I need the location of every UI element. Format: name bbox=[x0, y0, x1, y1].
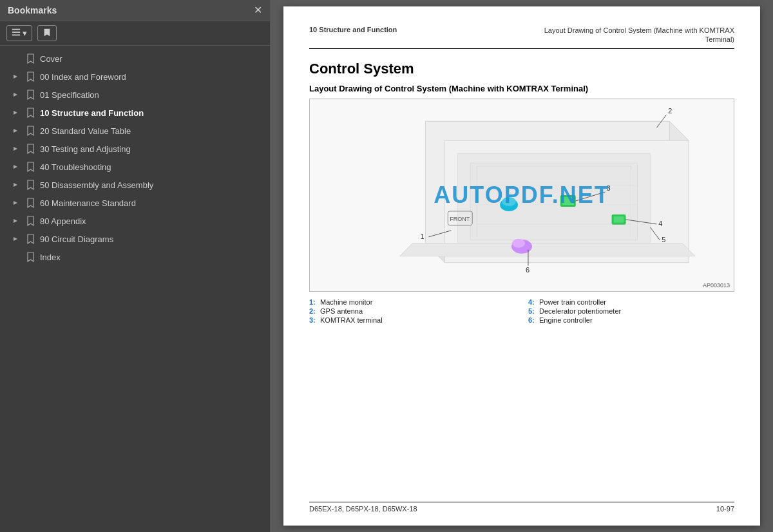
legend-text: Engine controller bbox=[539, 316, 593, 324]
legend-item: 5:Decelerator potentiometer bbox=[528, 307, 734, 315]
svg-marker-5 bbox=[14, 111, 17, 115]
sidebar-item-30[interactable]: 30 Testing and Adjusting bbox=[0, 140, 270, 158]
diagram-svg: 2 1 3 4 bbox=[310, 99, 734, 291]
chevron-icon bbox=[10, 128, 21, 134]
svg-rect-19 bbox=[470, 163, 637, 240]
svg-text:FRONT: FRONT bbox=[450, 215, 470, 222]
dropdown-arrow: ▾ bbox=[23, 28, 27, 38]
svg-point-38 bbox=[512, 238, 525, 247]
legend-item: 6:Engine controller bbox=[528, 316, 734, 324]
legend-number: 2: bbox=[309, 307, 318, 315]
list-icon bbox=[12, 28, 21, 39]
svg-rect-0 bbox=[12, 29, 20, 30]
chevron-icon bbox=[10, 73, 21, 80]
sidebar-header: Bookmarks ✕ bbox=[0, 0, 270, 21]
sidebar-item-label: 60 Maintenance Standard bbox=[40, 198, 263, 208]
close-button[interactable]: ✕ bbox=[254, 5, 262, 15]
list-view-button[interactable]: ▾ bbox=[6, 25, 32, 41]
sidebar-item-label: 80 Appendix bbox=[40, 216, 263, 226]
svg-marker-3 bbox=[14, 75, 17, 79]
legend-item: 1:Machine monitor bbox=[309, 298, 515, 306]
sidebar-item-label: 50 Disassembly and Assembly bbox=[40, 180, 263, 190]
sidebar-content: Cover00 Index and Foreword01 Specificati… bbox=[0, 46, 270, 532]
sidebar-item-label: 90 Circuit Diagrams bbox=[40, 234, 263, 244]
sidebar-item-label: 10 Structure and Function bbox=[40, 108, 263, 118]
sidebar-item-50[interactable]: 50 Disassembly and Assembly bbox=[0, 176, 270, 194]
legend-number: 5: bbox=[528, 307, 537, 315]
legend-item: 3:KOMTRAX terminal bbox=[309, 316, 515, 324]
legend: 1:Machine monitor4:Power train controlle… bbox=[309, 298, 734, 324]
sidebar-item-40[interactable]: 40 Troubleshooting bbox=[0, 158, 270, 176]
bookmark-icon bbox=[24, 144, 36, 154]
legend-number: 6: bbox=[528, 316, 537, 324]
sidebar-item-label: Cover bbox=[40, 54, 263, 64]
legend-text: Decelerator potentiometer bbox=[539, 307, 621, 315]
footer-model: D65EX-18, D65PX-18, D65WX-18 bbox=[309, 505, 417, 513]
chevron-icon bbox=[10, 236, 21, 242]
bookmark-icon bbox=[24, 126, 36, 136]
svg-text:4: 4 bbox=[658, 219, 662, 227]
svg-text:3: 3 bbox=[607, 184, 611, 192]
document-page: 10 Structure and Function Layout Drawing… bbox=[283, 6, 760, 526]
svg-text:2: 2 bbox=[668, 107, 672, 115]
diagram-title: Layout Drawing of Control System (Machin… bbox=[309, 84, 734, 93]
svg-rect-30 bbox=[562, 197, 574, 205]
bookmark-icon bbox=[24, 71, 36, 82]
bookmark-icon bbox=[24, 108, 36, 118]
sidebar: Bookmarks ✕ ▾ Cover00 Index and Foreword… bbox=[0, 0, 271, 532]
section-title: Control System bbox=[309, 61, 734, 77]
svg-marker-7 bbox=[14, 147, 17, 151]
legend-number: 4: bbox=[528, 298, 537, 306]
page-header-left: 10 Structure and Function bbox=[309, 26, 397, 33]
legend-text: Power train controller bbox=[539, 298, 606, 306]
legend-item: 4:Power train controller bbox=[528, 298, 734, 306]
bookmark-icon bbox=[24, 180, 36, 190]
legend-number: 3: bbox=[309, 316, 318, 324]
svg-text:6: 6 bbox=[526, 265, 530, 273]
legend-text: Machine monitor bbox=[320, 298, 372, 306]
ap-code: AP003013 bbox=[703, 282, 730, 289]
svg-marker-6 bbox=[14, 129, 17, 133]
page-header-right: Layout Drawing of Control System (Machin… bbox=[515, 26, 734, 44]
sidebar-toolbar: ▾ bbox=[0, 21, 270, 46]
chevron-icon bbox=[10, 218, 21, 224]
chevron-icon bbox=[10, 109, 21, 116]
bookmark-icon bbox=[24, 216, 36, 226]
bookmark-view-button[interactable] bbox=[37, 25, 57, 41]
sidebar-item-cover[interactable]: Cover bbox=[0, 50, 270, 68]
svg-rect-34 bbox=[614, 216, 624, 222]
sidebar-item-00[interactable]: 00 Index and Foreword bbox=[0, 68, 270, 86]
footer-page: 10-97 bbox=[716, 505, 734, 513]
main-content: 10 Structure and Function Layout Drawing… bbox=[271, 0, 773, 532]
chevron-icon bbox=[10, 164, 21, 170]
sidebar-item-10[interactable]: 10 Structure and Function bbox=[0, 104, 270, 122]
diagram-container: 2 1 3 4 bbox=[309, 99, 734, 292]
chevron-icon bbox=[10, 146, 21, 152]
sidebar-item-80[interactable]: 80 Appendix bbox=[0, 212, 270, 230]
bookmark-icon bbox=[24, 234, 36, 244]
bookmark-icon bbox=[24, 198, 36, 208]
sidebar-item-20[interactable]: 20 Standard Value Table bbox=[0, 122, 270, 140]
svg-marker-11 bbox=[14, 219, 17, 223]
svg-point-28 bbox=[502, 197, 516, 206]
bookmark-icon bbox=[24, 252, 36, 262]
sidebar-title: Bookmarks bbox=[8, 5, 57, 15]
sidebar-item-index[interactable]: Index bbox=[0, 248, 270, 266]
legend-text: KOMTRAX terminal bbox=[320, 316, 383, 324]
svg-marker-9 bbox=[14, 183, 17, 187]
svg-marker-12 bbox=[14, 237, 17, 241]
legend-item: 2:GPS antenna bbox=[309, 307, 515, 315]
bookmark-icon bbox=[24, 53, 36, 64]
sidebar-item-60[interactable]: 60 Maintenance Standard bbox=[0, 194, 270, 212]
bookmark-icon bbox=[43, 28, 52, 39]
sidebar-item-label: 01 Specification bbox=[40, 90, 263, 100]
svg-marker-8 bbox=[14, 165, 17, 169]
page-header: 10 Structure and Function Layout Drawing… bbox=[309, 26, 734, 49]
bookmark-icon bbox=[24, 162, 36, 172]
sidebar-item-90[interactable]: 90 Circuit Diagrams bbox=[0, 230, 270, 248]
bookmark-icon bbox=[24, 90, 36, 100]
page-footer: D65EX-18, D65PX-18, D65WX-18 10-97 bbox=[309, 502, 734, 513]
sidebar-item-01[interactable]: 01 Specification bbox=[0, 86, 270, 104]
svg-marker-10 bbox=[14, 201, 17, 205]
svg-rect-1 bbox=[12, 32, 20, 33]
